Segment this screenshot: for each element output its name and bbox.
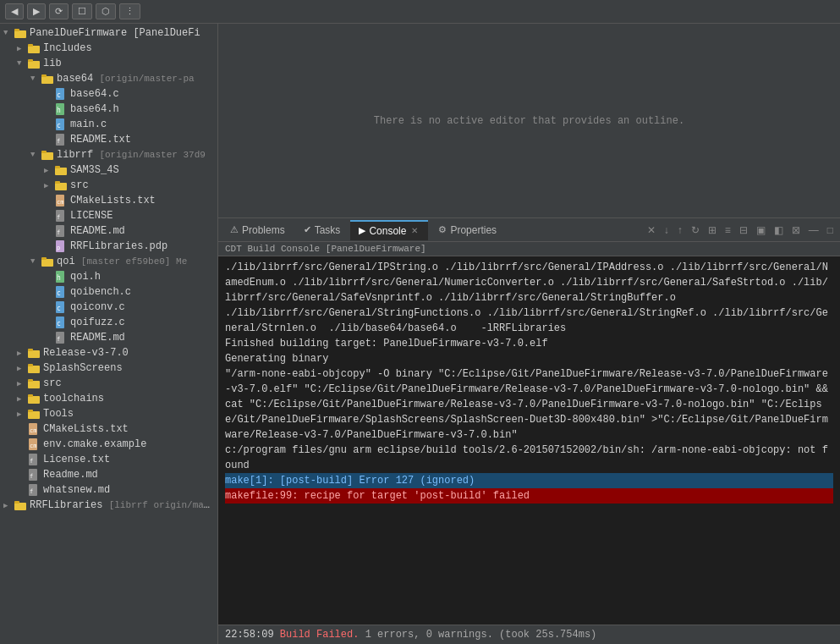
- folder-icon: [41, 149, 54, 161]
- tree-item-qoiconv[interactable]: cqoiconv.c: [0, 300, 217, 315]
- pin-btn[interactable]: ⊞: [705, 223, 720, 238]
- tab-icon: ⚙: [438, 224, 447, 235]
- svg-text:f: f: [57, 138, 60, 145]
- filter-btn[interactable]: ≡: [722, 223, 734, 238]
- tree-item-includes[interactable]: ▶Includes: [0, 41, 217, 56]
- svg-rect-30: [41, 259, 53, 267]
- tree-item-base64[interactable]: ▼base64 [origin/master-pa: [0, 71, 217, 86]
- refresh-btn[interactable]: ↻: [688, 223, 703, 238]
- tree-arrow: ▶: [44, 181, 54, 190]
- tree-label: toolchains: [43, 393, 104, 405]
- file-c-icon: c: [54, 286, 68, 298]
- tree-item-root[interactable]: ▼PanelDueFirmware [PanelDueFi: [0, 25, 217, 41]
- footer-timing: 1 errors, 0 warnings. (took 25s.754ms): [359, 629, 596, 641]
- file-h-icon: h: [54, 271, 68, 283]
- tree-item-qoireadme[interactable]: fREADME.md: [0, 330, 217, 345]
- toolbar-stop[interactable]: ☐: [72, 3, 92, 19]
- layout-btn4[interactable]: ⊠: [788, 223, 804, 238]
- right-panel: There is no active editor that provides …: [218, 24, 840, 644]
- layout-btn2[interactable]: ▣: [753, 223, 769, 238]
- tree-item-qoibench[interactable]: cqoibench.c: [0, 284, 217, 300]
- layout-btn1[interactable]: ⊟: [736, 223, 751, 238]
- tree-arrow: ▶: [17, 44, 27, 53]
- scroll-down-btn[interactable]: ↓: [661, 223, 673, 238]
- tree-item-release[interactable]: ▶Release-v3-7.0: [0, 345, 217, 361]
- tree-item-cmakefile[interactable]: cmCMakeLists.txt: [0, 193, 217, 208]
- toolbar-back[interactable]: ◀: [5, 3, 24, 19]
- console-body[interactable]: ./lib/librrf/src/General/IPString.o ./li…: [218, 256, 840, 625]
- svg-rect-42: [28, 350, 40, 358]
- minimize-btn[interactable]: —: [805, 223, 822, 238]
- toolbar-menu[interactable]: ⋮: [119, 3, 140, 19]
- close-all-btn[interactable]: ✕: [644, 223, 659, 238]
- tree-label: PanelDueFirmware [PanelDueFi: [30, 27, 200, 39]
- tree-item-librrf[interactable]: ▼librrf [origin/master 37d9: [0, 147, 217, 162]
- tree-item-envcmake[interactable]: cmenv.cmake.example: [0, 437, 217, 452]
- svg-rect-19: [55, 166, 60, 168]
- tree-arrow: ▶: [17, 364, 27, 373]
- tree-label: RRFLibraries.pdp: [70, 240, 167, 252]
- tree-arrow: ▼: [3, 29, 14, 37]
- tree-branch-info: [origin/master-pa: [99, 74, 194, 84]
- tree-item-splash[interactable]: ▶SplashScreens: [0, 361, 217, 376]
- tree-item-cmake2[interactable]: cmCMakeLists.txt: [0, 421, 217, 437]
- folder-icon: [27, 408, 41, 420]
- tab-label: Properties: [450, 224, 497, 236]
- console-line: c:/program files/gnu arm eclipse/build t…: [225, 443, 833, 473]
- toolbar-home[interactable]: ⬡: [96, 3, 116, 19]
- toolbar-forward[interactable]: ▶: [27, 3, 46, 19]
- tree-item-rrflib[interactable]: pRRFLibraries.pdp: [0, 239, 217, 254]
- folder-icon: [27, 347, 41, 359]
- tree-item-readmetxt[interactable]: fREADME.txt: [0, 132, 217, 147]
- file-txt-icon: f: [27, 454, 41, 465]
- console-title: CDT Build Console [PanelDueFirmware]: [225, 244, 426, 254]
- tree-label: src: [70, 179, 89, 191]
- svg-text:p: p: [57, 245, 60, 251]
- tree-item-qoifuzz[interactable]: cqoifuzz.c: [0, 315, 217, 330]
- toolbar-refresh[interactable]: ⟳: [49, 3, 69, 19]
- svg-rect-48: [28, 396, 40, 404]
- tree-item-readmemd[interactable]: fReadme.md: [0, 467, 217, 482]
- tree-item-base64c[interactable]: cbase64.c: [0, 86, 217, 102]
- scroll-up-btn[interactable]: ↑: [674, 223, 686, 238]
- tree-item-sam3s[interactable]: ▶SAM3S_4S: [0, 162, 217, 178]
- console-header: CDT Build Console [PanelDueFirmware]: [218, 242, 840, 256]
- tree-item-readme2[interactable]: fREADME.md: [0, 223, 217, 239]
- tree-label: whatsnew.md: [43, 484, 110, 496]
- tree-label: base64.h: [70, 103, 119, 115]
- folder-icon: [27, 362, 41, 374]
- tree-item-src2[interactable]: ▶src: [0, 376, 217, 391]
- tree-item-rrflibraries[interactable]: ▶RRFLibraries [librrf origin/maste: [0, 498, 217, 513]
- svg-text:c: c: [57, 91, 61, 99]
- tree-item-toolchains[interactable]: ▶toolchains: [0, 391, 217, 406]
- maximize-btn[interactable]: □: [824, 223, 837, 238]
- file-md-icon: f: [27, 469, 41, 481]
- tab-close-console[interactable]: ✕: [409, 226, 420, 235]
- tab-console[interactable]: ▶Console✕: [350, 220, 428, 240]
- file-txt-icon: f: [54, 210, 68, 222]
- console-line: ./lib/librrf/src/General/IPString.o ./li…: [225, 260, 833, 305]
- tree-item-qoi[interactable]: ▼qoi [master ef59be0] Me: [0, 254, 217, 269]
- tab-problems[interactable]: ⚠Problems: [222, 221, 294, 239]
- svg-rect-20: [55, 183, 67, 190]
- tab-label: Console: [369, 225, 406, 237]
- svg-rect-3: [28, 44, 33, 47]
- tree-item-src[interactable]: ▶src: [0, 178, 217, 193]
- svg-rect-21: [55, 181, 60, 184]
- tab-bar: ⚠Problems✔Tasks▶Console✕⚙Properties ✕ ↓ …: [218, 218, 840, 242]
- tree-label: base64.c: [70, 88, 119, 100]
- tree-item-tools[interactable]: ▶Tools: [0, 406, 217, 421]
- tree-item-whatsnew[interactable]: fwhatsnew.md: [0, 482, 217, 498]
- tree-item-base64h[interactable]: hbase64.h: [0, 102, 217, 117]
- tree-label: lib: [43, 58, 62, 69]
- tab-properties[interactable]: ⚙Properties: [430, 221, 505, 239]
- tree-item-mainc[interactable]: cmain.c: [0, 117, 217, 132]
- tree-item-qoih[interactable]: hqoi.h: [0, 269, 217, 284]
- tab-tasks[interactable]: ✔Tasks: [295, 221, 349, 239]
- tree-item-license[interactable]: fLICENSE: [0, 208, 217, 223]
- tree-item-licensetxt[interactable]: fLicense.txt: [0, 452, 217, 467]
- outline-area: There is no active editor that provides …: [218, 24, 840, 218]
- tree-item-lib[interactable]: ▼lib: [0, 56, 217, 71]
- svg-text:f: f: [57, 336, 60, 343]
- layout-btn3[interactable]: ◧: [771, 223, 787, 238]
